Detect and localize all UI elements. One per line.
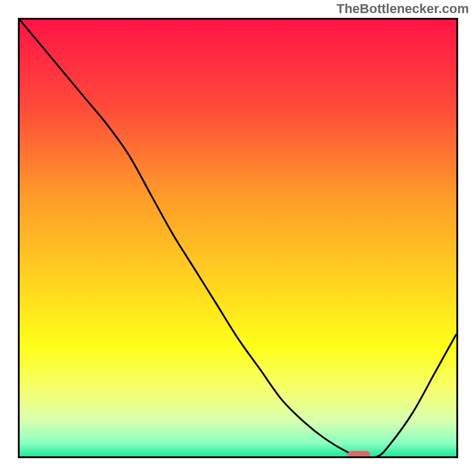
optimal-marker	[347, 451, 370, 458]
bottleneck-curve	[20, 20, 456, 456]
chart-frame	[18, 18, 458, 458]
watermark-text: TheBottlenecker.com	[336, 1, 469, 17]
